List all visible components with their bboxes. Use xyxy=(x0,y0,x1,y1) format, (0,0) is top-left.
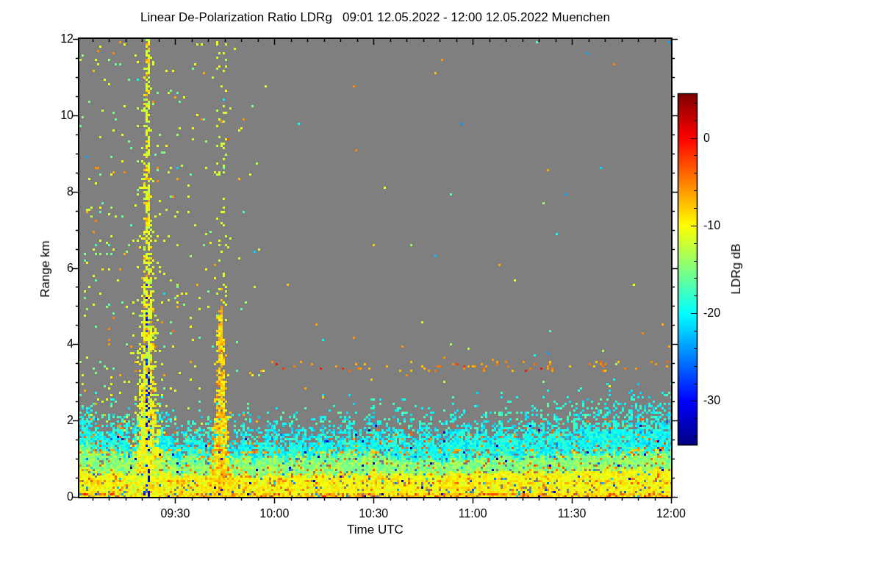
colorbar-label: LDRg dB xyxy=(729,244,744,295)
heatmap-canvas xyxy=(0,0,882,588)
x-tick-label: 10:30 xyxy=(343,506,404,521)
y-tick-label: 8 xyxy=(6,184,74,199)
y-tick-label: 2 xyxy=(6,413,74,428)
colorbar-tick-label: -30 xyxy=(703,393,720,408)
y-tick-label: 10 xyxy=(6,108,74,123)
ldr-time-height-figure: Linear De-Polarization Ratio LDRg 09:01 … xyxy=(0,0,882,588)
x-tick-label: 11:00 xyxy=(442,506,503,521)
time-axis-label: Time UTC xyxy=(79,523,671,537)
y-tick-label: 12 xyxy=(6,32,74,46)
y-tick-label: 0 xyxy=(6,490,74,504)
x-tick-label: 09:30 xyxy=(144,506,206,521)
y-tick-label: 6 xyxy=(6,261,74,276)
x-tick-label: 12:00 xyxy=(640,506,702,521)
colorbar-tick-label: -10 xyxy=(703,218,720,233)
chart-title: Linear De-Polarization Ratio LDRg 09:01 … xyxy=(79,10,671,25)
colorbar-tick-label: -20 xyxy=(703,306,720,320)
x-tick-label: 10:00 xyxy=(243,506,305,521)
colorbar-tick-label: 0 xyxy=(703,131,710,146)
x-tick-label: 11:30 xyxy=(541,506,603,521)
y-tick-label: 4 xyxy=(6,337,74,351)
